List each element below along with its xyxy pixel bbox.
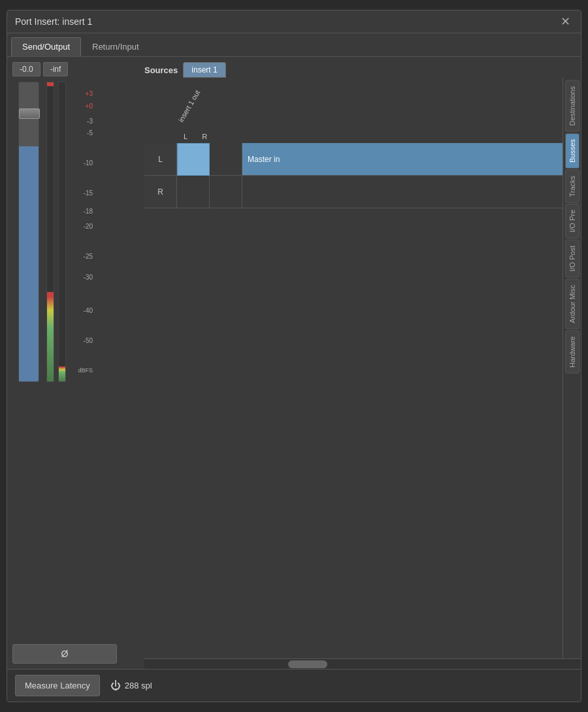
scale-mark-minus15: -15	[84, 189, 93, 197]
sidebar-tab-io-post[interactable]: I/O Post	[565, 240, 580, 278]
inf-btn[interactable]: -inf	[43, 62, 69, 76]
row-label-R: R	[144, 176, 177, 208]
fader-container	[12, 82, 45, 639]
tab-bar: Send/Output Return/Input	[7, 33, 581, 57]
col-R-label: R	[202, 133, 207, 140]
scale-mark-minus5: -5	[87, 129, 93, 137]
latency-spl-value: 288 spl	[125, 681, 152, 690]
scale-mark-minus30: -30	[84, 274, 93, 281]
scale-mark-dbfs: dBFS	[78, 367, 93, 374]
fader-handle[interactable]	[19, 108, 40, 119]
meter-area: +3 +0 -3 -5 -10 -15 -18 -20 -25 -30 -40 …	[12, 82, 139, 639]
matrix-wrapper: insert 1 out L R L	[144, 78, 581, 658]
latency-display: ⏻ 288 spl	[110, 680, 152, 692]
matrix-cell-R-L[interactable]	[177, 176, 210, 208]
scale-mark-minus20: -20	[84, 222, 93, 229]
destination-labels: Master in	[242, 78, 563, 658]
fader-controls: -0.0 -inf	[12, 62, 139, 76]
tab-send-output[interactable]: Send/Output	[11, 37, 81, 56]
diag-insert1out-label: insert 1 out	[177, 89, 201, 123]
col-L-label: L	[184, 133, 188, 140]
sidebar-tab-destinations[interactable]: Destinations	[565, 80, 580, 132]
title-bar: Port Insert: insert 1 ✕	[7, 10, 581, 33]
bottom-bar: Measure Latency ⏻ 288 spl	[7, 669, 581, 702]
scale-mark-0: +0	[86, 102, 93, 109]
sources-row: Sources insert 1	[144, 57, 581, 78]
fader-fill	[19, 146, 39, 381]
scale-mark-minus25: -25	[84, 252, 93, 259]
sources-label: Sources	[144, 63, 183, 78]
matrix-cell-L-R[interactable]	[210, 143, 242, 176]
row-label-L: L	[144, 143, 177, 175]
dest-row-label-master-in: Master in	[248, 155, 280, 164]
dest-row-master-in: Master in	[242, 143, 563, 176]
measure-latency-button[interactable]: Measure Latency	[15, 675, 100, 696]
meter-bar-left	[46, 82, 54, 382]
dest-row-empty	[242, 176, 563, 208]
scale-mark-minus10: -10	[84, 159, 93, 167]
phase-button[interactable]: Ø	[12, 644, 117, 664]
matrix-grid: L R	[144, 143, 242, 208]
sidebar-tab-hardware[interactable]: Hardware	[565, 331, 580, 374]
sidebar-tab-ardour-misc[interactable]: Ardour Misc	[565, 279, 580, 329]
scroll-thumb[interactable]	[288, 660, 327, 668]
scale-mark-plus3: +3	[86, 90, 93, 97]
main-window: Port Insert: insert 1 ✕ Send/Output Retu…	[7, 10, 581, 702]
main-content: -0.0 -inf	[7, 57, 581, 669]
diag-group: insert 1 out L R	[177, 78, 242, 143]
meter-bar-right	[58, 82, 66, 382]
matrix-row-R: R	[144, 176, 242, 208]
window-title: Port Insert: insert 1	[15, 16, 92, 27]
scale-mark-minus3: -3	[87, 117, 93, 124]
scale-mark-minus18: -18	[84, 207, 93, 214]
matrix-left: insert 1 out L R L	[144, 78, 242, 658]
latency-icon: ⏻	[110, 680, 121, 692]
lr-labels: L R	[184, 133, 207, 140]
right-sidebar: Destinations Busses Tracks I/O Pre I/O P…	[563, 78, 581, 658]
center-panel: Sources insert 1 insert 1 out	[144, 57, 581, 669]
meter-fill-right	[59, 366, 65, 381]
dest-header	[242, 78, 563, 143]
sidebar-tab-io-pre[interactable]: I/O Pre	[565, 204, 580, 238]
fader-track[interactable]	[18, 82, 39, 382]
meter-clip-left	[47, 82, 54, 86]
scale-mark-minus40: -40	[84, 306, 93, 314]
sidebar-tab-busses[interactable]: Busses	[565, 133, 580, 169]
tab-return-input[interactable]: Return/Input	[81, 37, 150, 56]
meter-fill-left	[47, 292, 54, 381]
sidebar-tab-tracks[interactable]: Tracks	[565, 170, 580, 203]
matrix-cell-R-R[interactable]	[210, 176, 242, 208]
gain-value-btn[interactable]: -0.0	[12, 62, 41, 76]
close-button[interactable]: ✕	[558, 16, 573, 27]
scale-marks: +3 +0 -3 -5 -10 -15 -18 -20 -25 -30 -40 …	[70, 82, 93, 382]
level-meter-left	[46, 82, 57, 382]
matrix-cell-L-L[interactable]	[177, 143, 210, 176]
scale-mark-minus50: -50	[84, 336, 93, 344]
header-spacer	[144, 78, 177, 143]
matrix-row-L: L	[144, 143, 242, 176]
diagonal-headers: insert 1 out L R	[144, 78, 242, 143]
level-meter-right	[58, 82, 69, 382]
left-panel: -0.0 -inf	[7, 57, 144, 669]
source-tab-insert1[interactable]: insert 1	[183, 62, 225, 78]
horizontal-scrollbar[interactable]	[144, 658, 581, 669]
